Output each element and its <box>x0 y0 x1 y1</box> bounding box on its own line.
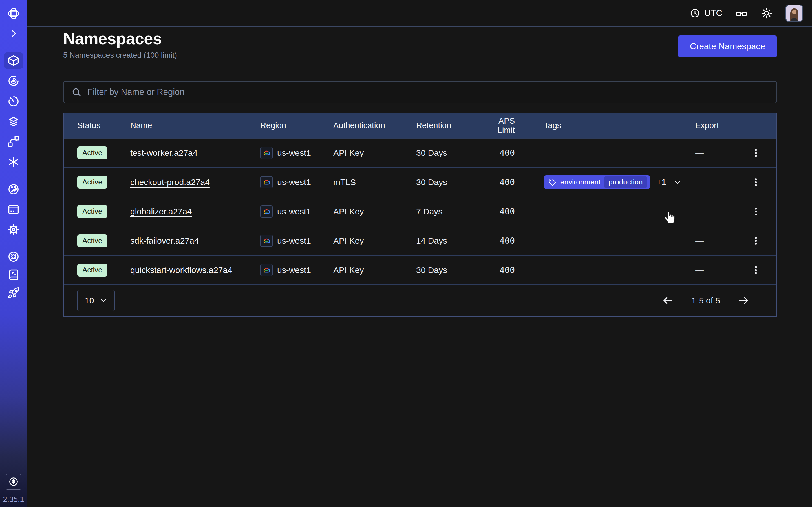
tag-value: production <box>605 176 647 188</box>
retention-label: 7 Days <box>416 207 487 216</box>
col-export: Export <box>695 121 735 130</box>
tag-key: environment <box>560 178 601 186</box>
clock-icon <box>690 8 700 18</box>
page-title: Namespaces <box>63 29 177 48</box>
filter-bar <box>63 81 777 103</box>
table-row: Active test-worker.a27a4 us-west1 API Ke… <box>64 138 776 167</box>
namespace-link[interactable]: checkout-prod.a27a4 <box>130 177 210 187</box>
spiral-icon <box>7 75 20 87</box>
namespaces-table: Status Name Region Authentication Retent… <box>63 113 777 317</box>
pagination: 1-5 of 5 <box>662 295 749 306</box>
page-size-select[interactable]: 10 <box>77 290 115 311</box>
namespace-link[interactable]: sdk-failover.a27a4 <box>130 236 199 245</box>
rocket-icon <box>7 287 20 299</box>
table-footer: 10 1-5 of 5 <box>64 284 776 316</box>
row-menu-button[interactable] <box>748 145 763 161</box>
sidebar-divider <box>0 242 27 242</box>
export-value: — <box>695 236 735 245</box>
sidebar-divider <box>0 176 27 176</box>
labs-button[interactable] <box>735 7 748 19</box>
tags-expand-button[interactable] <box>673 178 682 187</box>
namespace-count-text: 5 Namespaces created (100 limit) <box>63 51 177 60</box>
tags-cell: environment production +1 <box>515 175 695 189</box>
credits-button[interactable] <box>6 474 21 490</box>
nav-schedules[interactable] <box>3 91 24 112</box>
gcp-region-icon <box>260 205 273 218</box>
row-menu-button[interactable] <box>748 175 763 190</box>
nav-settings[interactable] <box>3 219 24 240</box>
aps-limit-value: 400 <box>487 207 515 216</box>
previous-page-button[interactable] <box>662 295 674 306</box>
col-status: Status <box>77 121 130 130</box>
expand-sidebar-button[interactable] <box>3 23 24 44</box>
row-menu-button[interactable] <box>748 263 763 278</box>
asterisk-icon <box>7 156 20 168</box>
nav-workflows[interactable] <box>3 71 24 91</box>
timezone-button[interactable]: UTC <box>690 8 722 18</box>
theme-toggle-button[interactable] <box>761 7 772 19</box>
kebab-menu-icon <box>751 177 761 187</box>
nav-getting-started[interactable] <box>3 283 24 303</box>
layers-icon <box>7 115 20 128</box>
avatar-image <box>786 5 802 21</box>
nav-usage[interactable] <box>3 179 24 200</box>
aps-limit-value: 400 <box>487 236 515 245</box>
glasses-icon <box>735 7 748 19</box>
col-aps-limit: APS Limit <box>487 116 515 135</box>
sidebar: 2.35.1 <box>0 0 27 507</box>
export-value: — <box>695 177 735 187</box>
kebab-menu-icon <box>751 236 761 245</box>
table-header-row: Status Name Region Authentication Retent… <box>64 113 776 138</box>
tag-badge[interactable]: environment production <box>544 175 650 189</box>
row-menu-button[interactable] <box>748 233 763 248</box>
kebab-menu-icon <box>751 148 761 158</box>
namespace-link[interactable]: test-worker.a27a4 <box>130 148 197 158</box>
namespace-link[interactable]: quickstart-workflows.a27a4 <box>130 265 232 275</box>
tag-more-count: +1 <box>657 177 666 187</box>
page-size-value: 10 <box>85 296 94 305</box>
namespace-link[interactable]: globalizer.a27a4 <box>130 207 192 216</box>
money-badge-icon <box>8 476 19 488</box>
nav-support[interactable] <box>3 246 24 267</box>
export-value: — <box>695 265 735 275</box>
table-row: Active globalizer.a27a4 us-west1 API Key… <box>64 196 776 226</box>
user-avatar[interactable] <box>785 4 803 22</box>
aps-limit-value: 400 <box>487 265 515 275</box>
temporal-logo-icon <box>3 3 24 24</box>
nav-nexus[interactable] <box>3 152 24 172</box>
row-menu-button[interactable] <box>748 204 763 219</box>
auth-label: mTLS <box>333 177 416 187</box>
export-value: — <box>695 207 735 216</box>
nav-deployments[interactable] <box>3 131 24 152</box>
create-namespace-button[interactable]: Create Namespace <box>678 36 777 57</box>
cube-icon <box>7 54 20 67</box>
gcp-region-icon <box>260 176 273 188</box>
retention-label: 30 Days <box>416 265 487 275</box>
gcp-region-icon <box>260 147 273 159</box>
gcp-region-icon <box>260 235 273 247</box>
next-page-button[interactable] <box>738 295 749 306</box>
region-label: us-west1 <box>277 177 311 187</box>
col-authentication: Authentication <box>333 121 416 130</box>
gauge-icon <box>7 183 20 195</box>
table-row: Active checkout-prod.a27a4 us-west1 mTLS… <box>64 167 776 196</box>
arrow-left-icon <box>662 295 674 306</box>
export-value: — <box>695 148 735 158</box>
nav-billing[interactable] <box>3 200 24 220</box>
sun-icon <box>761 7 772 19</box>
col-region: Region <box>260 121 333 130</box>
aps-limit-value: 400 <box>487 148 515 158</box>
table-row: Active sdk-failover.a27a4 us-west1 API K… <box>64 226 776 255</box>
filter-input[interactable] <box>87 87 769 97</box>
kebab-menu-icon <box>751 207 761 216</box>
nav-docs[interactable] <box>3 265 24 285</box>
retention-label: 30 Days <box>416 148 487 158</box>
topbar: UTC <box>27 0 812 27</box>
retention-label: 14 Days <box>416 236 487 245</box>
col-tags: Tags <box>515 121 695 130</box>
app-version: 2.35.1 <box>0 495 27 504</box>
browser-card-icon <box>7 203 20 216</box>
nav-namespaces[interactable] <box>4 52 23 69</box>
nav-batch-operations[interactable] <box>3 112 24 132</box>
auth-label: API Key <box>333 265 416 275</box>
